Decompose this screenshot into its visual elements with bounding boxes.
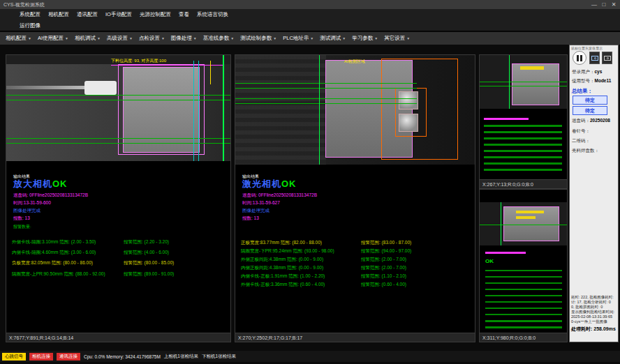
pin-number-field: 卷针号： [572, 128, 590, 135]
tab-plc-address[interactable]: PLC地址串▼ [283, 35, 313, 42]
camera-view-small-top [479, 54, 568, 180]
tab-other-settings[interactable]: 其它设置▼ [384, 35, 410, 42]
status-bar: 心跳信号 相机连接 通讯连接 Cpu: 0.0% Memory: 3424.41… [0, 351, 620, 362]
camera-image-left[interactable]: 下料位高度: 93, 对齐高度:100 [6, 55, 230, 161]
camera-icon [591, 56, 598, 61]
result-text-lines [484, 125, 562, 171]
tab-camera-debug[interactable]: 相机调试▼ [75, 35, 101, 42]
alarm-range: 报警范围: (4.00 - 6.00) [124, 250, 169, 256]
measurement-row: 内侧卡线-正极:1.91mm 范围: (1.00 - 2.20) 报警范围: (… [241, 273, 473, 280]
tab-spot-check[interactable]: 点检设置▼ [139, 35, 165, 42]
run-tab-row: 运行图像 [0, 20, 620, 31]
measure-line-green [6, 143, 230, 144]
tab-camera-config[interactable]: 相机配置▼ [6, 35, 31, 42]
measurement-row: 内侧正极间距:4.38mm 范围: (0.00 - 9.00) 报警范围: (2… [241, 265, 473, 271]
probe-connector [84, 81, 117, 95]
tab-ai-config[interactable]: AI使用配置▼ [38, 35, 68, 42]
tab-image-processing[interactable]: 图像处理▼ [171, 35, 197, 42]
pause-button[interactable] [573, 51, 586, 65]
maximize-button[interactable]: □ [599, 0, 609, 9]
chevron-down-icon: ▼ [161, 36, 165, 40]
measurement-row: 外侧卡线-隔圈:3.10mm 范围: (2.00 - 3.50) 报警范围: (… [12, 239, 229, 245]
close-button[interactable]: ✕ [609, 0, 619, 9]
menu-item-light-control[interactable]: 光源控制配置 [140, 11, 171, 18]
report-count-line: 报数: 13 [13, 215, 30, 222]
camera-view-small-bottom: OK [479, 189, 568, 333]
comm-connect-badge[interactable]: 通讯连接 [57, 353, 80, 361]
camera-image-middle[interactable]: AI检测区域 [235, 55, 475, 165]
window-title: CYS-视觉检测系统 [3, 2, 45, 7]
pixel-readout-small-top: X:267;Y:13;R:0;G:0;B:0 [479, 180, 568, 189]
measure-line-green-bright [319, 55, 320, 165]
camera-view-left: 下料位高度: 93, 对齐高度:100 输出结果 放大相机OK 退盘码: 0FF… [6, 54, 231, 333]
camera-2-button[interactable] [602, 52, 612, 64]
sidebar-header-note: 鼠标位置灰度值显示 [571, 46, 603, 50]
camera-view-middle: AI检测区域 输出结果 激光相机OK 退盘码: 0FFline202502081… [235, 54, 475, 333]
tab-advanced-settings[interactable]: 高级设置▼ [107, 35, 133, 42]
measurement-row: 外侧卡线-正极:3.36mm 范围: (0.60 - 4.00) 报警范围: (… [241, 282, 473, 288]
heartbeat-status-badge[interactable]: 心跳信号 [2, 353, 26, 361]
process-time-total: 处理耗时: 258.09ms [571, 326, 616, 333]
model-select[interactable]: Mode11 [595, 78, 612, 83]
chevron-down-icon: ▼ [406, 36, 410, 40]
time-line: 时间:13-31-59-600 [13, 200, 51, 206]
workpiece-region [512, 63, 559, 105]
camera-connect-badge[interactable]: 相机连接 [29, 353, 53, 361]
tab-draw-params[interactable]: 测试绘制参数▼ [240, 35, 276, 42]
tray-code-line: 退盘码: 0FFline2025020813313472B [13, 192, 88, 199]
menu-item-language-switch[interactable]: 系统语言切换 [197, 11, 228, 18]
measure-line-green [6, 95, 230, 96]
measurement-row: 负极宽度:82.05mm 范围: (80.00 - 86.00) 报警范围: (… [12, 260, 229, 266]
camera-image-small-bottom[interactable] [480, 202, 567, 245]
menu-item-camera-config[interactable]: 相机配置 [48, 11, 69, 18]
stats-line: 2025-02-08-13:31:39:65 [571, 314, 612, 319]
camera-result-title: 放大相机OK [13, 178, 68, 190]
alarm-count-line: 报警数量: [13, 224, 31, 230]
stats-line: 0, 批检拼图耗时: 0 [571, 305, 603, 310]
tab-run-image[interactable]: 运行图像 [20, 22, 40, 29]
measure-line-green [235, 83, 417, 84]
time-line: 时间:13-31-59-627 [242, 200, 280, 206]
total-result-label: 总结果： [572, 88, 593, 95]
camera-image-small-top[interactable] [480, 55, 567, 109]
chevron-down-icon: ▼ [97, 36, 101, 40]
reflective-feature [399, 91, 418, 109]
tray-code-line: 退盘码: 0FFline2025020813313472B [242, 192, 317, 199]
tab-baseline-params[interactable]: 基准线参数▼ [203, 35, 234, 42]
report-count-line: 报数: 13 [242, 215, 259, 222]
menu-item-io-manual[interactable]: IO手动配置 [105, 11, 132, 18]
measurement-value: 外侧卡线-隔圈:3.10mm 范围: (2.00 - 3.50) [12, 239, 96, 244]
minimize-button[interactable]: — [589, 0, 599, 9]
overlay-label-bar [516, 211, 544, 213]
menu-bar: 系统配置 相机配置 通讯配置 IO手动配置 光源控制配置 查看 系统语言切换 [0, 9, 620, 20]
tray-code-field: 退盘码：20250208 [572, 118, 610, 124]
result-status-box-2: 待定 [573, 106, 607, 115]
measure-line-green [6, 138, 230, 139]
alarm-range: 报警范围: (89.00 - 91.00) [124, 271, 174, 278]
measure-line-green-bright [223, 55, 224, 161]
measure-line-magenta [111, 65, 223, 66]
result-ok-badge: OK [485, 258, 494, 264]
window-controls: — □ ✕ [589, 0, 619, 9]
process-done-line: 图像处理完成 [242, 208, 270, 214]
camera-result-title: 激光相机OK [242, 178, 297, 190]
measurement-value: 外侧卡线-正极:3.36mm 范围: (0.60 - 4.00) [241, 282, 325, 287]
measure-line-cyan [198, 61, 199, 161]
probe-wire [6, 86, 84, 89]
alarm-range: 报警范围: (83.00 - 87.00) [361, 240, 411, 246]
chevron-down-icon: ▼ [230, 36, 234, 40]
menu-item-system-config[interactable]: 系统配置 [20, 11, 40, 18]
overlay-label-bar [520, 66, 544, 70]
overlay-label: AI检测区域 [344, 59, 365, 65]
camera-1-button[interactable] [589, 52, 600, 64]
measure-line-green-bright [501, 202, 501, 245]
menu-item-comm-config[interactable]: 通讯配置 [77, 11, 98, 18]
measurement-value: 隔圈宽度-下PR:95.24mm 范围: (93.00 - 98.00) [241, 248, 334, 253]
login-user-field: 登录用户：cys [572, 69, 602, 75]
menu-item-view[interactable]: 查看 [179, 11, 189, 18]
tab-learn-params[interactable]: 学习参数▼ [352, 35, 378, 42]
pause-icon [580, 55, 582, 61]
tab-test-debug[interactable]: 测试调试▼ [320, 35, 346, 42]
stats-line: 0-cys一件上一批图像 [571, 319, 607, 324]
stats-line: 耗时: 222, 批检图像耗时: [571, 295, 614, 300]
